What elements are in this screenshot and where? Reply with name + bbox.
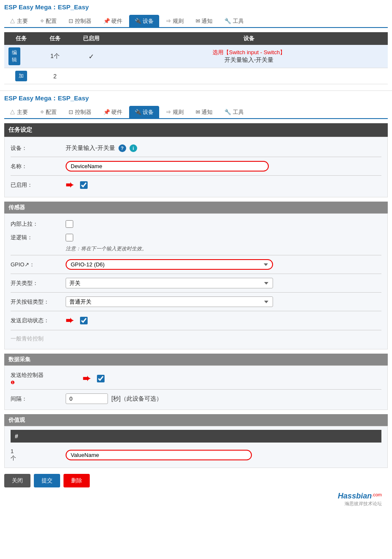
task-config-header: 任务设定 <box>4 123 388 137</box>
arrow-icon-enabled: ➨ <box>66 180 73 191</box>
top-section: ESP Easy Mega：ESP_Easy △ 主要 ✧ 配置 ⊡ 控制器 📌… <box>0 0 392 91</box>
edit-button[interactable]: 编辑 <box>8 47 20 65</box>
info-icon[interactable]: i <box>130 144 137 152</box>
device-value: 开关量输入-开关量 <box>66 144 115 152</box>
top-nav-home[interactable]: △ 主要 <box>4 15 33 27</box>
sensor-form: 内部上拉： 逆逻辑： 注意：将在下一个输入更改时生效。 GPIO↗： <box>4 213 388 349</box>
values-section: 价值观 # 1 个 <box>4 414 388 468</box>
gpio-row: GPIO↗： GPIO-12 (D6) <box>11 257 381 272</box>
advanced-row: 一般青铃控制 <box>11 332 381 346</box>
bottom-nav-tools[interactable]: 🔧 工具 <box>219 106 249 118</box>
top-nav-controller[interactable]: ⊡ 控制器 <box>63 15 97 27</box>
send-boot-checkbox[interactable] <box>80 317 88 324</box>
send-controller-checkbox[interactable] <box>97 375 105 382</box>
interval-input[interactable] <box>66 393 108 404</box>
device-label: 设备： <box>11 144 66 152</box>
note-text: 注意：将在下一个输入更改时生效。 <box>66 244 381 253</box>
top-nav-bar: △ 主要 ✧ 配置 ⊡ 控制器 📌 硬件 🔌 设备 ⇒ 规则 ✉ 通知 🔧 工具 <box>4 15 388 28</box>
advanced-label: 一般青铃控制 <box>11 335 44 343</box>
value-name-control <box>66 450 381 460</box>
gpio-select[interactable]: GPIO-12 (D6) <box>66 259 273 270</box>
inverse-checkbox[interactable] <box>66 234 73 241</box>
switch-btn-type-control: 普通开关 <box>66 296 381 307</box>
bottom-nav-notify[interactable]: ✉ 通知 <box>190 106 218 118</box>
top-nav-config[interactable]: ✧ 配置 <box>34 15 63 27</box>
th-device: 设备 <box>110 32 388 45</box>
pullup-control <box>66 220 381 228</box>
enabled-checkbox[interactable] <box>80 181 88 189</box>
task-num-cell: 1个 <box>38 45 72 68</box>
top-nav-hardware[interactable]: 📌 硬件 <box>98 15 128 27</box>
top-nav-notify[interactable]: ✉ 通知 <box>190 15 218 27</box>
interval-label: 间隔： <box>11 395 66 403</box>
close-button[interactable]: 关闭 <box>4 474 30 487</box>
top-nav-tools[interactable]: 🔧 工具 <box>219 15 249 27</box>
switch-btn-type-row: 开关按钮类型： 普通开关 <box>11 294 381 309</box>
sensor-section: 传感器 内部上拉： 逆逻辑： 注意：将在下一个输入更改时生效。 GPIO↗ <box>4 202 388 349</box>
watermark: Hassbian.com 瀚思彼岸技术论坛 <box>4 487 388 509</box>
bottom-nav-controller[interactable]: ⊡ 控制器 <box>63 106 97 118</box>
pullup-checkbox[interactable] <box>66 220 73 228</box>
table-row: 编辑 1个 ✓ 选用【Switch input - Switch】 开关量输入-… <box>4 45 388 68</box>
inverse-label: 逆逻辑： <box>11 234 66 241</box>
bottom-nav-hardware[interactable]: 📌 硬件 <box>98 106 128 118</box>
bottom-section: ESP Easy Mega：ESP_Easy △ 主要 ✧ 配置 ⊡ 控制器 📌… <box>0 91 392 514</box>
pullup-row: 内部上拉： <box>11 217 381 231</box>
th-task-num: 任务 <box>38 32 72 45</box>
name-input[interactable] <box>66 161 269 172</box>
task-config-section: 任务设定 设备： 开关量输入-开关量 ? i 名称： <box>4 123 388 197</box>
values-form: # 1 个 <box>4 426 388 468</box>
switch-type-control: 开关 <box>66 278 381 288</box>
values-header: 价值观 <box>4 414 388 426</box>
edit-btn-cell[interactable]: 编辑 <box>4 45 38 68</box>
value-row-num: 1 个 <box>11 448 66 462</box>
bottom-nav-bar: △ 主要 ✧ 配置 ⊡ 控制器 📌 硬件 🔌 设备 ⇒ 规则 ✉ 通知 🔧 工具 <box>4 106 388 119</box>
values-col-header: # <box>11 430 381 443</box>
device-cell2 <box>110 68 388 84</box>
inverse-control <box>66 234 381 241</box>
data-collection-header: 数据采集 <box>4 354 388 365</box>
pullup-label: 内部上拉： <box>11 220 66 228</box>
add-button[interactable]: 加 <box>15 71 27 81</box>
submit-button[interactable]: 提交 <box>34 474 60 487</box>
enabled-cell2 <box>72 68 110 84</box>
switch-type-label: 开关类型： <box>11 280 66 287</box>
name-control <box>66 161 381 172</box>
top-site-title: ESP Easy Mega：ESP_Easy <box>4 3 388 11</box>
data-collection-section: 数据采集 发送给控制器 ❶ ➨ 间隔： [秒]（此设备可选） <box>4 354 388 410</box>
delete-button[interactable]: 删除 <box>63 474 90 487</box>
add-btn-cell[interactable]: 加 <box>4 68 38 84</box>
enabled-cell: ✓ <box>72 45 110 68</box>
watermark-sub: 瀚思彼岸技术论坛 <box>4 501 382 507</box>
interval-control: [秒]（此设备可选） <box>66 393 381 404</box>
enabled-row: 已启用： ➨ <box>11 177 381 193</box>
bottom-nav-rules[interactable]: ⇒ 规则 <box>160 106 189 118</box>
switch-type-row: 开关类型： 开关 <box>11 276 381 291</box>
data-form: 发送给控制器 ❶ ➨ 间隔： [秒]（此设备可选） <box>4 365 388 410</box>
th-enabled: 已启用 <box>72 32 110 45</box>
device-table: 任务 任务 已启用 设备 编辑 1个 ✓ 选用【Switch input - S… <box>4 32 388 84</box>
table-row: 加 2 <box>4 68 388 84</box>
top-nav-rules[interactable]: ⇒ 规则 <box>160 15 189 27</box>
arrow-icon-boot: ➨ <box>66 315 73 326</box>
gpio-control: GPIO-12 (D6) <box>66 259 381 270</box>
task-form-area: 设备： 开关量输入-开关量 ? i 名称： 已启用： ➨ <box>4 137 388 197</box>
value-name-input[interactable] <box>66 450 252 460</box>
switch-type-select[interactable]: 开关 <box>66 278 273 288</box>
send-boot-label: 发送启动状态： <box>11 317 66 324</box>
watermark-main: Hassbian <box>338 492 372 500</box>
value-row: 1 个 <box>11 446 381 464</box>
bottom-nav-device[interactable]: 🔌 设备 <box>129 106 160 118</box>
send-boot-row: 发送启动状态： ➨ <box>11 313 381 328</box>
bottom-nav-home[interactable]: △ 主要 <box>4 106 33 118</box>
device-row: 设备： 开关量输入-开关量 ? i <box>11 141 381 155</box>
top-nav-device[interactable]: 🔌 设备 <box>129 15 160 27</box>
bottom-nav-config[interactable]: ✧ 配置 <box>34 106 63 118</box>
device-name-text: 开关量输入-开关量 <box>114 56 384 64</box>
switch-btn-type-select[interactable]: 普通开关 <box>66 296 273 307</box>
send-controller-control: ➨ <box>83 373 381 384</box>
sensor-header: 传感器 <box>4 202 388 213</box>
help-icon[interactable]: ? <box>119 144 126 152</box>
switch-btn-type-label: 开关按钮类型： <box>11 298 66 306</box>
button-bar: 关闭 提交 删除 <box>4 474 388 487</box>
